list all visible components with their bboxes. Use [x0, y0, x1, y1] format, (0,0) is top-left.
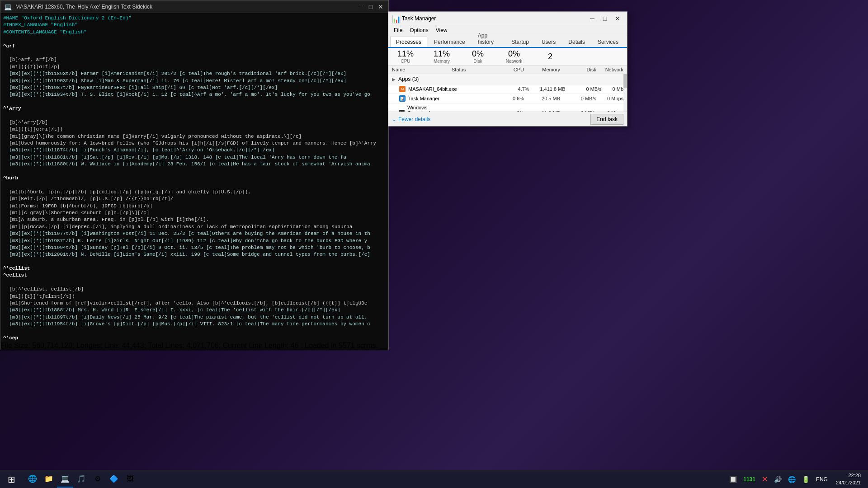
end-task-button[interactable]: End task [590, 114, 623, 125]
desktop: 💻 MASAKARI 128x60, The 'Holy Axe' Englis… [0, 0, 868, 488]
terminal-line: ^burb [3, 175, 386, 182]
terminal-line: [b]^'Arry[/b] [3, 119, 386, 126]
tab-startup[interactable]: Startup [505, 37, 535, 47]
tm-memory-label: Memory [434, 59, 450, 64]
taskmanager-window[interactable]: 📊 Task Manager ─ □ ✕ File Options View P… [388, 11, 627, 127]
tm-col-cpu[interactable]: CPU [488, 67, 524, 72]
terminal-line: [m3][ex](*)[tb11897t/b] [i]Daily News[/i… [3, 314, 386, 321]
tab-processes[interactable]: Processes [390, 37, 427, 47]
tab-services[interactable]: Services [592, 37, 624, 47]
terminal-line: [m3][ex](*)[tb12001t/b] N. DeMille [i]Li… [3, 251, 386, 258]
taskbar-item-terminal[interactable]: 💻 [57, 471, 73, 488]
tray-ime[interactable]: ENG [814, 475, 830, 483]
close-button[interactable]: ✕ [377, 3, 385, 11]
tray-network2-icon[interactable]: 🌐 [786, 475, 797, 484]
process-net-taskmanager: 0 Mbps [596, 96, 623, 101]
taskbar-item-browser[interactable]: 🌐 [24, 471, 41, 488]
terminal-line [3, 328, 386, 335]
tm-col-network[interactable]: Network [596, 67, 623, 72]
terminal-line: [m1][p]Occas.[/p] [i]deprec.[/i], implyi… [3, 224, 386, 230]
app3-icon: 🖼 [126, 474, 135, 483]
tm-stat-cpu: 11% CPU [392, 49, 419, 64]
tab-users[interactable]: Users [536, 37, 561, 47]
tray-battery-icon[interactable]: 🔋 [800, 475, 811, 484]
tm-stat-memory: 11% Memory [428, 49, 455, 64]
tm-col-name[interactable]: Name [392, 67, 452, 72]
process-cpu-cmd: 0% [488, 110, 524, 112]
tm-maximize-button[interactable]: □ [599, 13, 611, 24]
tm-menu-file[interactable]: File [390, 26, 406, 34]
terminal-line: [m1][c gray]\[Shortened <suburb [p]n.[/p… [3, 210, 386, 216]
tm-minimize-button[interactable]: ─ [586, 13, 598, 24]
terminal-window[interactable]: 💻 MASAKARI 128x60, The 'Holy Axe' Englis… [0, 0, 389, 350]
terminal-line: [m1]Keit.[/p] /t1bɑGɑɛbl/, [p]U.S.[/p] /… [3, 196, 386, 202]
terminal-line [3, 182, 386, 188]
terminal-line: [m1]b]^burb, [p]n.[/p][/b] [p]colloq.[/p… [3, 189, 386, 196]
start-button[interactable]: ⊞ [0, 470, 23, 488]
process-disk-masakari: 0 MB/s [566, 86, 602, 92]
tray-clock[interactable]: 22:28 24/01/2021 [832, 472, 864, 486]
terminal-line: [m1]A suburb, a suburban area. Freq. in … [3, 216, 386, 223]
tm-scrollbar[interactable] [623, 74, 627, 112]
tm-col-status[interactable]: Status [452, 67, 488, 72]
table-row[interactable]: 📊 Task Manager 0.6% 20.5 MB 0 MB/s 0 Mbp… [388, 94, 627, 103]
terminal-line: [b]^'cellist, cellist[/b] [3, 286, 386, 293]
table-row[interactable]: ⬛ Windows Command Processor ... 0% 11.0 … [388, 103, 627, 112]
process-mem-masakari: 1,411.8 MB [529, 86, 566, 92]
tm-close-button[interactable]: ✕ [612, 13, 623, 24]
tm-cpu-label: CPU [401, 59, 410, 64]
tray-sound-icon[interactable]: 🔊 [772, 475, 783, 484]
fewer-details-label: Fewer details [398, 116, 430, 122]
tm-section-apps[interactable]: ▶ Apps (3) [388, 74, 627, 84]
tm-memory-value: 11% [434, 49, 450, 59]
terminal-line [3, 99, 386, 105]
tm-column-headers: Name Status CPU Memory Disk Network [388, 66, 627, 74]
terminal-line [3, 168, 386, 175]
tm-expand-icon: ▶ [392, 77, 396, 82]
taskbar-item-app2[interactable]: 🔷 [106, 471, 122, 488]
tray-badge1[interactable]: 1131 [741, 475, 757, 483]
tm-footer: ⌄ Fewer details End task [388, 112, 627, 126]
terminal-line [3, 258, 386, 265]
tm-col-disk[interactable]: Disk [560, 67, 596, 72]
process-icon-taskmanager: 📊 [399, 95, 406, 102]
tray-network-icon[interactable]: 🔲 [727, 475, 739, 484]
tray-icon-x[interactable]: ✕ [760, 474, 769, 484]
tm-title-text: Task Manager [402, 15, 586, 22]
process-label-masakari: MASAKARI_64bit.exe [408, 86, 457, 92]
tab-performance[interactable]: Performance [428, 37, 471, 47]
terminal-line: [m1]Used humorously for: A low-bred fell… [3, 140, 386, 147]
tm-menu-options[interactable]: Options [406, 26, 432, 34]
process-name-taskmanager: 📊 Task Manager [399, 95, 452, 102]
maximize-button[interactable]: □ [367, 3, 375, 11]
fewer-details-button[interactable]: ⌄ Fewer details [392, 116, 430, 122]
tm-scrollbar-thumb[interactable] [623, 74, 627, 88]
process-mem-cmd: 11.0 MB [524, 110, 560, 112]
tm-stats-row: 11% CPU 11% Memory 0% Disk 0% Network 2 [388, 48, 627, 66]
tab-details[interactable]: Details [562, 37, 591, 47]
terminal-line: [m3][ex](*)[tb11874t/b] [i]Punch's Alman… [3, 147, 386, 154]
terminal-statusbar: File Size: 560,714,120; Longest Line: 44… [0, 342, 388, 350]
taskbar-item-app3[interactable]: 🖼 [122, 471, 138, 488]
tm-title-icon: 📊 [392, 15, 399, 22]
tm-body: ▶ Apps (3) M MASAKARI_64bit.exe 4.7% 1,4… [388, 74, 627, 112]
terminal-line [3, 36, 386, 42]
terminal-line: [m3][ex](*)[tb11954t/b] [i]Grove's [p]Di… [3, 321, 386, 328]
taskbar-item-explorer[interactable]: 📁 [41, 471, 57, 488]
process-cpu-masakari: 4.7% [493, 86, 529, 92]
tm-stat-network: 0% Network [500, 49, 528, 64]
process-name-masakari: M MASAKARI_64bit.exe [399, 86, 457, 92]
minimize-button[interactable]: ─ [357, 3, 365, 11]
terminal-title: MASAKARI 128x60, The 'Holy Axe' English … [15, 4, 357, 10]
tm-gpu-value: 2 [548, 52, 552, 61]
table-row[interactable]: M MASAKARI_64bit.exe 4.7% 1,411.8 MB 0 M… [388, 84, 627, 94]
terminal-line: ^'Arry [3, 105, 386, 112]
taskbar-item-app1[interactable]: ⚙ [90, 471, 106, 488]
process-mem-taskmanager: 20.5 MB [524, 96, 560, 101]
process-icon-cmd: ⬛ [399, 110, 405, 112]
tab-app-history[interactable]: App history [472, 30, 505, 47]
tm-col-memory[interactable]: Memory [524, 67, 560, 72]
taskbar-item-media[interactable]: 🎵 [73, 471, 90, 488]
terminal-line: [m1]({{t}}ɑːf[/p] [3, 64, 386, 70]
tm-menu-view[interactable]: View [432, 26, 451, 34]
